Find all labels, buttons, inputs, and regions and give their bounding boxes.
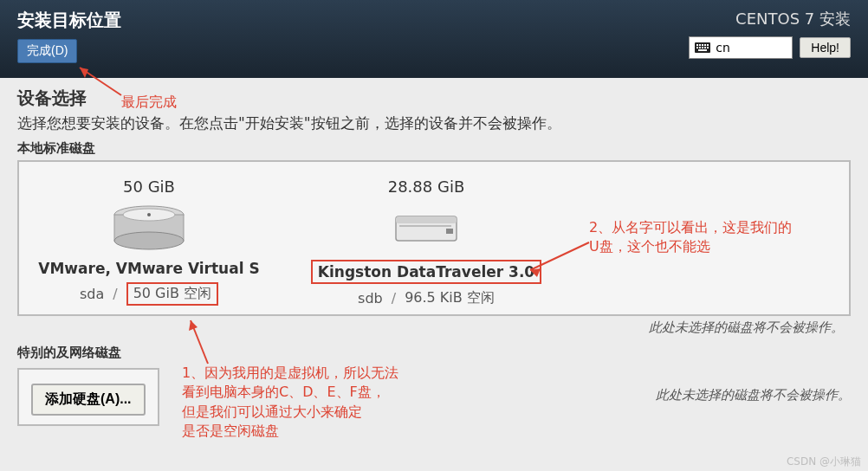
disk-size: 28.88 GiB — [388, 177, 465, 196]
disk-size: 50 GiB — [123, 177, 175, 196]
disk-separator: / — [113, 286, 117, 302]
svg-rect-9 — [704, 47, 706, 48]
svg-rect-2 — [699, 44, 701, 46]
svg-rect-6 — [696, 47, 698, 48]
page-title: 安装目标位置 — [17, 9, 121, 32]
keyboard-layout-selector[interactable]: cn — [689, 36, 793, 59]
device-selection-desc: 选择您想要安装的设备。在您点击"开始安装"按钮之前，选择的设备并不会被操作。 — [17, 113, 851, 133]
svg-rect-5 — [707, 44, 709, 46]
device-selection-title: 设备选择 — [17, 87, 851, 110]
svg-rect-11 — [698, 49, 707, 51]
disk-free: 50 GiB 空闲 — [126, 282, 218, 306]
keyboard-icon — [695, 42, 710, 54]
disk-info: sda / 50 GiB 空闲 — [80, 282, 218, 306]
header-bar: 安装目标位置 完成(D) CENTOS 7 安装 cn Help! — [0, 0, 868, 78]
special-disks-hint: 此处未选择的磁盘将不会被操作。 — [656, 387, 851, 403]
watermark: CSDN @小琳猫 — [787, 455, 861, 469]
svg-point-16 — [147, 213, 151, 216]
svg-rect-1 — [696, 44, 698, 46]
local-disks-label: 本地标准磁盘 — [17, 140, 851, 157]
disk-item-sdb[interactable]: 28.88 GiB Kingston DataTraveler 3.0 sdb … — [314, 177, 539, 307]
special-disks-label: 特别的及网络磁盘 — [17, 345, 851, 361]
help-button[interactable]: Help! — [800, 37, 851, 58]
done-button[interactable]: 完成(D) — [17, 39, 77, 63]
svg-rect-10 — [707, 47, 709, 48]
hard-disk-icon — [110, 204, 188, 251]
svg-rect-4 — [704, 44, 706, 46]
disk-name: VMware, VMware Virtual S — [38, 260, 259, 277]
disk-dev: sda — [80, 286, 104, 302]
svg-rect-3 — [702, 44, 703, 46]
svg-point-14 — [114, 232, 184, 249]
svg-rect-19 — [399, 225, 451, 227]
external-disk-icon — [387, 204, 465, 251]
svg-rect-7 — [699, 47, 701, 48]
disk-info: sdb / 96.5 KiB 空闲 — [358, 289, 495, 307]
disk-item-sda[interactable]: 50 GiB VMware, VMware Virtual S sda / 50… — [36, 177, 262, 307]
keyboard-layout-code: cn — [716, 41, 730, 55]
local-disks-area: 50 GiB VMware, VMware Virtual S sda / 50… — [17, 160, 851, 316]
installer-title: CENTOS 7 安装 — [735, 9, 851, 29]
add-disk-button[interactable]: 添加硬盘(A)... — [31, 384, 146, 416]
disk-dev: sdb — [358, 290, 383, 306]
svg-rect-20 — [446, 229, 453, 234]
disk-separator: / — [392, 290, 396, 306]
local-disks-hint: 此处未选择的磁盘将不会被操作。 — [24, 319, 844, 336]
disk-free: 96.5 KiB 空闲 — [405, 289, 495, 307]
svg-rect-18 — [396, 216, 457, 223]
disk-name: Kingston DataTraveler 3.0 — [311, 260, 541, 284]
svg-rect-8 — [702, 47, 703, 48]
special-disks-area: 添加硬盘(A)... — [17, 368, 159, 426]
